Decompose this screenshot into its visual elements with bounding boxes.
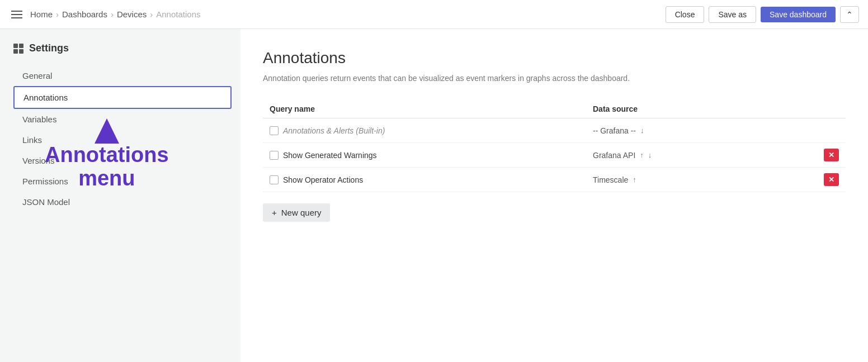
table-row: Show Generated Warnings Grafana API ↑ ↓ … [263,143,846,168]
table-row: Show Operator Actions Timescale ↑ ✕ [263,168,846,192]
breadcrumb-sep-2: › [111,9,114,19]
sidebar-item-json-model[interactable]: JSON Model [13,192,232,212]
topbar-right: Close Save as Save dashboard ⌃ [666,6,859,23]
sidebar-header: Settings [13,42,240,54]
chevron-down-icon-1[interactable]: ↓ [640,126,644,135]
col-header-query-name: Query name [270,104,593,113]
row-query-name-3: Show Operator Actions [270,175,593,184]
table-header: Query name Data source [263,100,846,118]
grid-icon [13,44,23,54]
data-source-label-2: Grafana API [593,151,635,160]
page-description: Annotation queries return events that ca… [263,73,766,84]
topbar: Home › Dashboards › Devices › Annotation… [0,0,868,29]
row-data-source-3: Timescale ↑ [593,175,772,184]
sidebar-item-links[interactable]: Links [13,130,232,150]
data-source-label-3: Timescale [593,175,628,184]
new-query-label: New query [281,208,322,217]
breadcrumb: Home › Dashboards › Devices › Annotation… [30,9,201,19]
row-data-source-2: Grafana API ↑ ↓ [593,151,772,160]
topbar-left: Home › Dashboards › Devices › Annotation… [9,8,201,21]
row-data-source-1: -- Grafana -- ↓ [593,126,772,135]
row-actions-3: ✕ [772,173,839,186]
content-area: Annotations Annotation queries return ev… [240,29,868,362]
delete-button-3[interactable]: ✕ [824,173,839,186]
sidebar-item-versions[interactable]: Versions [13,150,232,171]
chevron-up-icon-2[interactable]: ↑ [640,151,644,159]
save-as-button[interactable]: Save as [709,6,756,23]
sidebar-item-annotations[interactable]: Annotations [13,86,232,109]
breadcrumb-devices[interactable]: Devices [117,9,147,19]
query-name-label-2[interactable]: Show Generated Warnings [283,151,377,160]
sidebar-item-permissions[interactable]: Permissions [13,171,232,192]
sidebar-nav: General Annotations Variables Links Vers… [13,65,240,212]
row-query-name-2: Show Generated Warnings [270,151,593,160]
sidebar-title: Settings [29,42,69,54]
breadcrumb-sep-3: › [150,9,153,19]
chevron-up-button[interactable]: ⌃ [840,6,859,23]
chevron-down-icon-2[interactable]: ↓ [648,151,652,159]
main-layout: Settings General Annotations Variables L… [0,29,868,362]
comment-icon-2 [270,151,279,160]
table-row: Annotations & Alerts (Built-in) -- Grafa… [263,118,846,143]
sidebar-item-variables[interactable]: Variables [13,109,232,130]
breadcrumb-home[interactable]: Home [30,9,53,19]
delete-button-2[interactable]: ✕ [824,149,839,161]
breadcrumb-dashboards[interactable]: Dashboards [62,9,107,19]
chevron-up-icon-3[interactable]: ↑ [633,175,636,184]
new-query-button[interactable]: + New query [263,203,330,222]
comment-icon-1 [270,126,279,135]
comment-icon-3 [270,175,279,184]
data-source-label-1: -- Grafana -- [593,126,636,135]
col-header-data-source: Data source [593,104,772,113]
hamburger-menu[interactable] [9,8,25,21]
row-query-name-1: Annotations & Alerts (Built-in) [270,126,593,135]
query-name-label-1[interactable]: Annotations & Alerts (Built-in) [283,126,385,135]
breadcrumb-sep-1: › [56,9,59,19]
sidebar-item-general[interactable]: General [13,65,232,86]
row-actions-2: ✕ [772,149,839,161]
query-name-label-3[interactable]: Show Operator Actions [283,175,363,184]
sidebar: Settings General Annotations Variables L… [0,29,240,362]
breadcrumb-current: Annotations [156,9,200,19]
page-title: Annotations [263,49,846,67]
save-dashboard-button[interactable]: Save dashboard [761,7,836,22]
close-button[interactable]: Close [666,6,705,23]
plus-icon: + [272,208,277,217]
